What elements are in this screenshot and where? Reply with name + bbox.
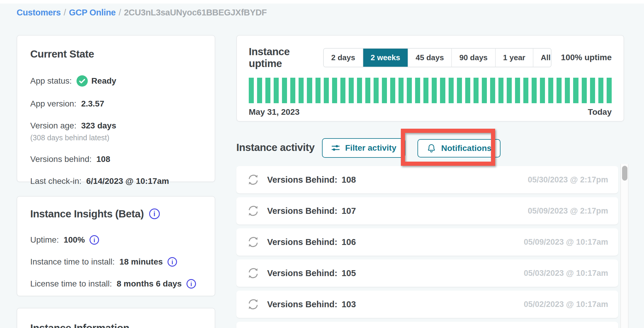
activity-row-value: 106: [342, 237, 356, 247]
license-install-value: 8 months 6 days: [117, 279, 181, 289]
notifications-label: Notifications: [441, 144, 492, 153]
activity-scrollbar-track[interactable]: [620, 164, 629, 328]
app-version-label: App version:: [30, 99, 76, 109]
info-icon[interactable]: i: [186, 279, 196, 289]
uptime-bar: [398, 78, 404, 103]
breadcrumb-separator: /: [64, 8, 66, 17]
instance-insights-title: Instance Insights (Beta): [30, 208, 144, 220]
uptime-bar: [407, 78, 412, 103]
uptime-bar: [598, 78, 603, 103]
uptime-bar: [532, 78, 537, 103]
version-age-value: 323 days: [81, 121, 116, 130]
uptime-bar-chart: [249, 78, 612, 103]
uptime-summary: 100% uptime: [561, 53, 612, 62]
activity-row-value: 103: [342, 300, 356, 309]
info-icon[interactable]: i: [90, 235, 99, 245]
info-icon[interactable]: i: [168, 257, 177, 267]
uptime-bar: [282, 78, 287, 103]
uptime-bar: [565, 78, 570, 103]
uptime-range-group: 2 days 2 weeks 45 days 90 days 1 year Al…: [323, 48, 551, 67]
activity-row: Versions Behind:103 05/02/2023 @ 10:17am: [236, 291, 618, 318]
uptime-bar: [457, 78, 462, 103]
activity-row: Versions Behind:106 05/09/2023 @ 10:17am: [236, 228, 618, 256]
instance-uptime-title: Instance uptime: [249, 46, 323, 69]
last-checkin-label: Last check-in:: [30, 176, 82, 186]
license-install-label: License time to install:: [30, 279, 112, 289]
current-state-card: Current State App status: Ready App vers…: [17, 35, 215, 182]
breadcrumb-separator: /: [119, 8, 121, 17]
instance-information-card: Instance Information: [17, 308, 215, 328]
range-button-90-days[interactable]: 90 days: [451, 49, 495, 67]
versions-behind-label: Versions behind:: [30, 155, 92, 164]
uptime-bar: [332, 78, 337, 103]
range-button-2-weeks[interactable]: 2 weeks: [363, 49, 408, 67]
sync-icon: [246, 204, 260, 218]
notifications-button[interactable]: Notifications: [417, 139, 500, 157]
range-button-45-days[interactable]: 45 days: [408, 49, 451, 67]
uptime-value: 100%: [63, 235, 85, 245]
uptime-bar: [465, 78, 470, 103]
uptime-bar: [257, 78, 262, 103]
version-age-field: Version age: 323 days: [30, 121, 202, 130]
app-version-value[interactable]: 2.3.57: [81, 99, 104, 109]
uptime-bar: [523, 78, 528, 103]
uptime-bar: [340, 78, 345, 103]
uptime-bar: [490, 78, 495, 103]
activity-row-label: Versions Behind:: [267, 268, 337, 278]
uptime-field: Uptime: 100% i: [30, 235, 202, 245]
uptime-bar: [423, 78, 428, 103]
uptime-end-label: Today: [588, 107, 612, 117]
versions-behind-value: 108: [96, 155, 110, 164]
sync-icon: [246, 173, 260, 187]
app-version-field: App version: 2.3.57: [30, 99, 202, 109]
app-status-field: App status: Ready: [30, 75, 202, 87]
activity-row: Versions Behind:107 05/09/2023 @ 2:17pm: [236, 197, 618, 224]
activity-row-label: Versions Behind:: [267, 300, 337, 309]
versions-behind-field: Versions behind: 108: [30, 155, 202, 164]
version-age-note: (308 days behind latest): [30, 133, 202, 142]
top-strip: [0, 0, 644, 4]
uptime-bar: [482, 78, 487, 103]
instance-information-title: Instance Information: [30, 322, 202, 328]
range-button-1-year[interactable]: 1 year: [495, 49, 533, 67]
app-status-label: App status:: [30, 76, 72, 86]
uptime-bar: [415, 78, 420, 103]
uptime-bar: [540, 78, 545, 103]
uptime-bar: [274, 78, 279, 103]
breadcrumb: Customers/GCP Online/2CU3nL3saUNyoc61BBE…: [17, 8, 267, 17]
activity-row: Versions Behind:108 05/30/2023 @ 2:17pm: [236, 166, 618, 193]
instance-install-label: Instance time to install:: [30, 257, 115, 267]
activity-row-label: Versions Behind:: [267, 237, 337, 247]
uptime-bar: [474, 78, 479, 103]
uptime-bar: [498, 78, 503, 103]
instance-uptime-card: Instance uptime 2 days 2 weeks 45 days 9…: [236, 35, 624, 122]
activity-row-timestamp: 05/09/2023 @ 2:17pm: [528, 206, 608, 216]
filter-activity-button[interactable]: Filter activity: [322, 138, 405, 158]
ready-check-icon: [76, 75, 88, 87]
info-icon[interactable]: i: [149, 208, 160, 219]
range-button-all[interactable]: All: [533, 49, 551, 67]
uptime-bar: [307, 78, 312, 103]
current-state-title: Current State: [30, 48, 202, 60]
last-checkin-field: Last check-in: 6/14/2023 @ 10:17am: [30, 176, 202, 186]
license-install-field: License time to install: 8 months 6 days…: [30, 279, 202, 289]
instance-insights-card: Instance Insights (Beta) i Uptime: 100% …: [17, 196, 215, 296]
activity-scrollbar-thumb[interactable]: [622, 166, 627, 181]
uptime-bar: [365, 78, 370, 103]
uptime-bar: [265, 78, 270, 103]
uptime-bar: [299, 78, 304, 103]
range-button-2-days[interactable]: 2 days: [324, 49, 363, 67]
uptime-bar: [324, 78, 329, 103]
breadcrumb-link-customers[interactable]: Customers: [17, 8, 61, 17]
breadcrumb-link-app[interactable]: GCP Online: [69, 8, 116, 17]
activity-row-value: 105: [342, 268, 356, 278]
instance-activity-list: Versions Behind:108 05/30/2023 @ 2:17pm …: [236, 166, 618, 328]
filter-activity-label: Filter activity: [345, 143, 396, 153]
uptime-bar: [374, 78, 379, 103]
activity-row-timestamp: 05/02/2023 @ 10:17am: [524, 300, 608, 309]
activity-row-value: 108: [342, 175, 356, 184]
app-status-value: Ready: [91, 76, 116, 86]
instance-install-value: 18 minutes: [119, 257, 163, 267]
activity-row-partial: [236, 322, 618, 328]
instance-activity-heading: Instance activity: [236, 141, 315, 153]
